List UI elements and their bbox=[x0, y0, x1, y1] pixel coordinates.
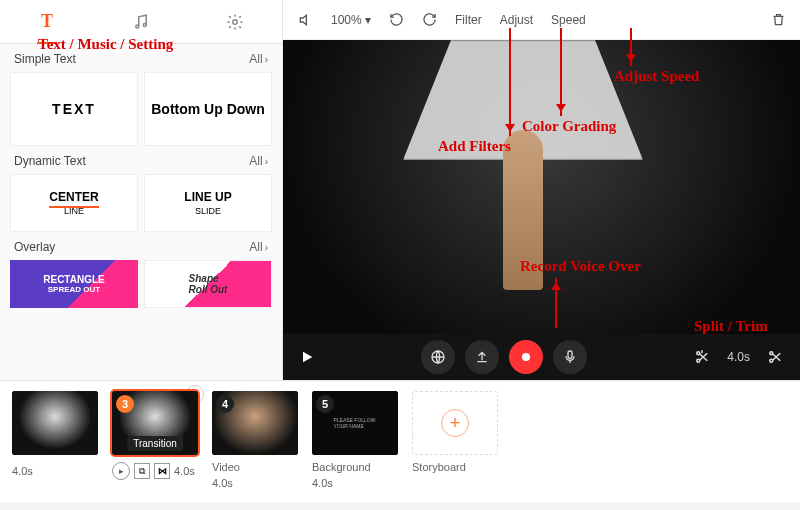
chevron-right-icon: › bbox=[265, 242, 268, 253]
clip-dur-4: 4.0s bbox=[312, 477, 333, 489]
clip-badge-3: 4 bbox=[216, 395, 234, 413]
svg-point-2 bbox=[233, 19, 238, 24]
section-title-dynamic: Dynamic Text bbox=[14, 154, 86, 168]
chevron-right-icon: › bbox=[265, 54, 268, 65]
volume-button[interactable] bbox=[297, 12, 313, 28]
svg-point-4 bbox=[522, 353, 530, 361]
adjust-button[interactable]: Adjust bbox=[500, 13, 533, 27]
undo-button[interactable] bbox=[389, 12, 404, 27]
svg-point-1 bbox=[143, 23, 146, 26]
timeline: 4.0s ✕ 3 Transition ▸ ⧉ ⋈ 4.0s 4 Video 4… bbox=[0, 380, 800, 502]
preview-toolbar: 100% ▾ Filter Adjust Speed bbox=[283, 0, 800, 40]
clip-dur-2: 4.0s bbox=[174, 465, 195, 477]
mic-button[interactable] bbox=[553, 340, 587, 374]
clip-label-4: Background bbox=[312, 461, 398, 473]
svg-point-7 bbox=[697, 352, 700, 355]
clip-transition-icon[interactable]: ⋈ bbox=[154, 463, 170, 479]
clip-4: 5 PLEASE FOLLOW YOUR NAME Background 4.0… bbox=[312, 391, 398, 493]
section-title-overlay: Overlay bbox=[14, 240, 55, 254]
text-card-simple-2[interactable]: Bottom Up Down bbox=[144, 72, 272, 146]
clip-1: 4.0s bbox=[12, 391, 98, 481]
svg-point-9 bbox=[770, 352, 773, 355]
music-icon bbox=[132, 13, 150, 31]
clip-thumb-3[interactable]: 4 bbox=[212, 391, 298, 455]
clip-3: 4 Video 4.0s bbox=[212, 391, 298, 493]
clip-badge-2: 3 bbox=[116, 395, 134, 413]
clip-thumb-4[interactable]: 5 PLEASE FOLLOW YOUR NAME bbox=[312, 391, 398, 455]
text-icon: T bbox=[41, 11, 53, 32]
clip-dur-1: 4.0s bbox=[12, 465, 33, 477]
record-button[interactable] bbox=[509, 340, 543, 374]
split-button[interactable] bbox=[693, 348, 711, 366]
clip-copy-icon[interactable]: ⧉ bbox=[134, 463, 150, 479]
preview-frame bbox=[283, 40, 800, 380]
all-link-simple[interactable]: All› bbox=[249, 52, 268, 66]
overlay-card-1[interactable]: RECTANGLESPREAD OUT bbox=[10, 260, 138, 308]
delete-button[interactable] bbox=[771, 12, 786, 27]
speed-button[interactable]: Speed bbox=[551, 13, 586, 27]
zoom-dropdown[interactable]: 100% ▾ bbox=[331, 13, 371, 27]
preview-area: 100% ▾ Filter Adjust Speed bbox=[283, 0, 800, 380]
svg-point-6 bbox=[697, 359, 700, 362]
chevron-right-icon: › bbox=[265, 156, 268, 167]
globe-button[interactable] bbox=[421, 340, 455, 374]
sidebar: T Simple Text All› TEXT Bottom Up Down bbox=[0, 0, 283, 380]
tab-settings[interactable] bbox=[217, 4, 253, 40]
upload-button[interactable] bbox=[465, 340, 499, 374]
filter-button[interactable]: Filter bbox=[455, 13, 482, 27]
text-card-simple-1[interactable]: TEXT bbox=[10, 72, 138, 146]
play-button[interactable] bbox=[299, 349, 315, 365]
text-card-dynamic-2[interactable]: LINE UPSLIDE bbox=[144, 174, 272, 232]
svg-rect-5 bbox=[568, 351, 572, 358]
svg-point-8 bbox=[770, 359, 773, 362]
video-preview[interactable]: 4.0s bbox=[283, 40, 800, 380]
svg-point-0 bbox=[136, 25, 139, 28]
play-bar: 4.0s bbox=[283, 334, 800, 380]
add-storyboard: + Storyboard bbox=[412, 391, 512, 473]
clip-thumb-2[interactable]: 3 Transition bbox=[112, 391, 198, 455]
redo-button[interactable] bbox=[422, 12, 437, 27]
all-link-dynamic[interactable]: All› bbox=[249, 154, 268, 168]
all-link-overlay[interactable]: All› bbox=[249, 240, 268, 254]
clip-2: ✕ 3 Transition ▸ ⧉ ⋈ 4.0s bbox=[112, 391, 198, 481]
gear-icon bbox=[226, 13, 244, 31]
clip-duration: 4.0s bbox=[727, 350, 750, 364]
clip-play-icon[interactable]: ▸ bbox=[112, 462, 130, 480]
plus-icon: + bbox=[441, 409, 469, 437]
transition-tooltip: Transition bbox=[127, 436, 183, 451]
tab-music[interactable] bbox=[123, 4, 159, 40]
sidebar-tabs: T bbox=[0, 0, 282, 44]
overlay-card-2[interactable]: ShapeRoll Out bbox=[144, 260, 272, 308]
tab-text[interactable]: T bbox=[29, 4, 65, 40]
trim-button[interactable] bbox=[766, 348, 784, 366]
clip-badge-4: 5 bbox=[316, 395, 334, 413]
section-title-simple: Simple Text bbox=[14, 52, 76, 66]
clip-dur-3: 4.0s bbox=[212, 477, 233, 489]
clip-thumb-1[interactable] bbox=[12, 391, 98, 455]
text-card-dynamic-1[interactable]: CENTERLINE bbox=[10, 174, 138, 232]
clip-label-3: Video bbox=[212, 461, 298, 473]
add-slide-button[interactable]: + bbox=[412, 391, 498, 455]
storyboard-label: Storyboard bbox=[412, 461, 512, 473]
